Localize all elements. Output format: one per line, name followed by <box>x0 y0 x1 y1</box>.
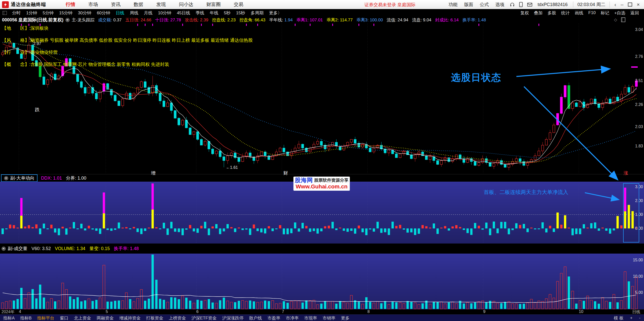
period-10分钟[interactable]: 10分钟 <box>158 10 171 16</box>
maximize-button[interactable] <box>628 3 632 7</box>
volume-panel[interactable]: 15.0010.005.00 <box>0 254 644 309</box>
status-更多[interactable]: 更多 <box>341 315 350 321</box>
tool-+自选[interactable]: +自选 <box>614 10 625 16</box>
status-上榜资金[interactable]: 上榜资金 <box>169 315 186 321</box>
panel-icon[interactable] <box>621 17 625 22</box>
status-市盈率[interactable]: 市盈率 <box>268 315 280 321</box>
window-layout-icon[interactable] <box>3 11 7 15</box>
status-指标A[interactable]: 指标A <box>3 315 15 321</box>
menu-right-选项[interactable]: 选项 <box>495 2 504 8</box>
volume-panel-title[interactable]: 副-成交量 <box>8 246 27 252</box>
tool-复权[interactable]: 复权 <box>520 10 529 16</box>
candlestick-chart[interactable]: 2.97←1.61 <box>0 23 644 174</box>
period-分时[interactable]: 分时 <box>12 10 21 16</box>
status-bar: 指标A指标B指标平台窗口北上资金两融资金增减持资金打板资金上榜资金沪深ETF资金… <box>0 314 644 321</box>
status-right--[interactable]: - <box>639 315 640 320</box>
tool-画线[interactable]: 画线 <box>575 10 583 16</box>
status-窗口[interactable]: 窗口 <box>60 315 68 321</box>
status-打板资金[interactable]: 打板资金 <box>146 315 163 321</box>
status-两融资金[interactable]: 两融资金 <box>97 315 114 321</box>
field-乖离2: 乖离2: 114.77 <box>327 17 353 23</box>
period-15分钟[interactable]: 15分钟 <box>59 10 72 16</box>
menu-item-财富圈[interactable]: 财富圈 <box>206 1 221 8</box>
status-指标B[interactable]: 指标B <box>20 315 31 321</box>
user-id[interactable]: tdxPC1882416 <box>538 2 567 7</box>
chevron-down-icon[interactable] <box>4 176 8 180</box>
tool-标记[interactable]: 标记 <box>601 10 609 16</box>
status-right-模 板[interactable]: 模 板 <box>614 315 624 321</box>
status-沪深涨跌停[interactable]: 沪深涨跌停 <box>222 315 244 321</box>
menu-item-资讯[interactable]: 资讯 <box>111 1 121 8</box>
login-status: 证券交易未登录 皇庭国际 <box>364 2 415 8</box>
menu-right-公式[interactable]: 公式 <box>480 2 489 8</box>
vol-field: V60: 3.52 <box>31 246 51 251</box>
status-北上资金[interactable]: 北上资金 <box>74 315 91 321</box>
period-月线[interactable]: 月线 <box>144 10 153 16</box>
chevron-down-icon[interactable] <box>65 18 70 22</box>
ddx-title-highlight-box[interactable]: 副-大单动向 <box>1 174 37 182</box>
status-right-+[interactable]: + <box>630 315 632 320</box>
chart-marker-财: 财 <box>283 170 288 176</box>
period-1分钟[interactable]: 1分钟 <box>26 10 37 16</box>
period-bar: 分时1分钟5分钟15分钟30分钟60分钟日线周线月线10分钟45日线季线年线5秒… <box>0 9 644 17</box>
menu-item-交易[interactable]: 交易 <box>234 1 243 8</box>
volume-panel-header: 副-成交量 V60: 3.52VOLUME: 1.34量变: 0.15换手率: … <box>0 244 644 254</box>
tool-叠加[interactable]: 叠加 <box>534 10 543 16</box>
headset-icon[interactable] <box>510 2 515 7</box>
period-季线[interactable]: 季线 <box>196 10 204 16</box>
volume-bar-chart[interactable] <box>0 254 644 309</box>
period-30分钟[interactable]: 30分钟 <box>78 10 91 16</box>
menu-item-问小达[interactable]: 问小达 <box>179 1 193 8</box>
menu-item-行情[interactable]: 行情 <box>66 1 75 8</box>
x-axis-month-9: 9 <box>483 309 485 314</box>
tool-F10[interactable]: F10 <box>588 10 596 15</box>
tool-多股[interactable]: 多股 <box>548 10 556 16</box>
menu-right-版面[interactable]: 版面 <box>464 2 473 8</box>
tool-统计[interactable]: 统计 <box>561 10 570 16</box>
chevron-down-icon[interactable] <box>2 247 6 251</box>
stock-symbol[interactable]: 000056 皇庭国际(日线.前复权) <box>2 17 63 23</box>
period-多周期[interactable]: 多周期 <box>251 10 263 16</box>
close-button[interactable]: × <box>637 0 640 9</box>
minimize-button[interactable]: – <box>621 0 623 9</box>
menu-right-功能[interactable]: 功能 <box>448 2 458 8</box>
period-更多〉[interactable]: 更多〉 <box>269 10 282 16</box>
status-沪深ETF资金[interactable]: 沪深ETF资金 <box>192 315 217 321</box>
tag-industry: 【行 业】:商业物业经营 <box>2 49 58 55</box>
tag-style: 【风 格】:融资融券 亏损股 被举牌 高负债率 低价股 低安全分 昨日涨停 昨日… <box>2 37 253 43</box>
vol-axis-15.00: 15.00 <box>633 258 643 262</box>
period-5分钟[interactable]: 5分钟 <box>43 10 53 16</box>
x-axis-month-5: 5 <box>106 309 108 314</box>
period-45日线[interactable]: 45日线 <box>177 10 190 16</box>
menu-item-数据[interactable]: 数据 <box>134 1 143 8</box>
app-logo-icon <box>2 1 9 8</box>
menu-item-市场[interactable]: 市场 <box>88 1 98 8</box>
menu-item-发现[interactable]: 发现 <box>156 1 166 8</box>
period-年线[interactable]: 年线 <box>210 10 218 16</box>
diamond-icon[interactable]: ◇ <box>614 17 617 22</box>
ddx-panel-title[interactable]: 副-大单动向 <box>10 175 34 181</box>
callout-selection-day: 选股日状态 <box>451 71 501 84</box>
tag-region: 【地 区】:深圳板块 <box>2 25 49 31</box>
status-增减持资金[interactable]: 增减持资金 <box>119 315 141 321</box>
field-控盘线: 控盘线: 2.23 <box>212 17 236 23</box>
main-chart[interactable]: 2.97←1.61 【地 区】:深圳板块 【风 格】:融资融券 亏损股 被举牌 … <box>0 23 644 174</box>
status-市现率[interactable]: 市现率 <box>304 315 317 321</box>
mail-icon[interactable] <box>527 3 532 7</box>
period-toolbar-right: 复权叠加多股统计画线F10标记+自选返回 <box>518 9 641 17</box>
back-button[interactable]: ‹ <box>615 0 616 9</box>
status-市销率[interactable]: 市销率 <box>323 315 335 321</box>
watermark-url: Www.Guhai.com.cn <box>293 184 350 190</box>
period-15秒[interactable]: 15秒 <box>236 10 245 16</box>
mobile-icon[interactable] <box>519 2 523 7</box>
status-市净率[interactable]: 市净率 <box>286 315 299 321</box>
price-axis-2.76: 2.76 <box>635 54 643 59</box>
period-5秒[interactable]: 5秒 <box>224 10 231 16</box>
tool-返回[interactable]: 返回 <box>630 10 639 16</box>
period-60分钟[interactable]: 60分钟 <box>97 10 110 16</box>
main-indicator-name[interactable]: 主-龙头跟踪 <box>72 17 95 23</box>
period-日线[interactable]: 日线 <box>116 10 124 16</box>
status-指标平台[interactable]: 指标平台 <box>37 315 54 321</box>
status-散户线[interactable]: 散户线 <box>249 315 262 321</box>
period-周线[interactable]: 周线 <box>130 10 138 16</box>
